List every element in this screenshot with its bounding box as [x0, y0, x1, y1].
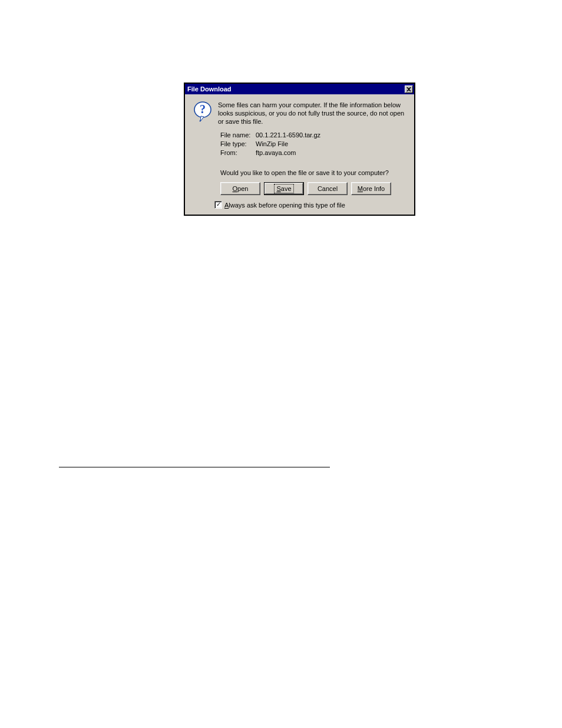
always-ask-checkbox[interactable]: ✓ — [214, 201, 222, 209]
question-icon: ? — [193, 101, 212, 120]
horizontal-rule — [59, 467, 330, 467]
prompt-text: Would you like to open the file or save … — [220, 169, 406, 176]
open-button-label-rest: pen — [237, 185, 248, 192]
filename-value: 00.1.221.1-6590.tar.gz — [256, 131, 320, 139]
save-button-label-rest: ave — [281, 185, 292, 192]
always-ask-row: ✓ Always ask before opening this type of… — [214, 201, 406, 209]
close-button[interactable] — [405, 85, 413, 93]
button-row: Open Save Cancel More Info — [220, 182, 406, 195]
filename-label: File name: — [220, 131, 256, 139]
file-download-dialog: File Download ? Some files can harm your… — [184, 83, 415, 216]
always-ask-label-rest: lways ask before opening this type of fi… — [229, 202, 345, 209]
always-ask-label: Always ask before opening this type of f… — [224, 202, 345, 209]
cancel-button-label: Cancel — [318, 185, 338, 192]
filetype-label: File type: — [220, 140, 256, 147]
file-info: File name: 00.1.221.1-6590.tar.gz File t… — [220, 131, 406, 156]
more-info-button-label-rest: ore Info — [363, 185, 385, 192]
titlebar: File Download — [185, 84, 414, 94]
warning-text: Some files can harm your computer. If th… — [218, 101, 406, 126]
svg-marker-1 — [200, 116, 204, 121]
from-value: ftp.avaya.com — [256, 149, 296, 156]
dialog-title: File Download — [187, 85, 232, 93]
svg-text:?: ? — [200, 103, 206, 116]
dialog-body: ? Some files can harm your computer. If … — [185, 94, 414, 215]
from-label: From: — [220, 149, 256, 156]
filetype-value: WinZip File — [256, 140, 288, 147]
open-button[interactable]: Open — [220, 182, 260, 195]
more-info-button[interactable]: More Info — [351, 182, 391, 195]
cancel-button[interactable]: Cancel — [308, 182, 348, 195]
save-button[interactable]: Save — [264, 182, 304, 195]
close-icon — [406, 87, 411, 91]
